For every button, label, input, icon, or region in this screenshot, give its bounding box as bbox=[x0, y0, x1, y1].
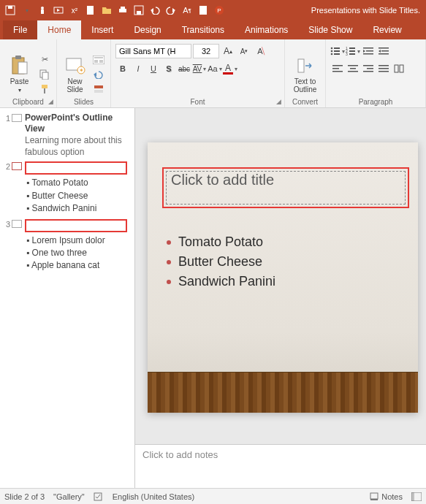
svg-rect-54 bbox=[332, 65, 343, 66]
svg-rect-13 bbox=[199, 6, 207, 15]
tab-transitions[interactable]: Transitions bbox=[172, 20, 235, 39]
layout-icon[interactable] bbox=[91, 53, 106, 66]
outline-bullet[interactable]: ▪ Tomato Potato bbox=[25, 177, 132, 189]
status-language[interactable]: English (United States) bbox=[113, 492, 195, 501]
section-icon[interactable] bbox=[91, 83, 106, 96]
quick-print-icon[interactable] bbox=[115, 3, 130, 18]
touch-mode-icon[interactable] bbox=[35, 3, 50, 18]
font-size-select[interactable] bbox=[193, 44, 219, 58]
font-color-button[interactable]: A bbox=[223, 61, 237, 76]
clear-formatting-icon[interactable]: A⧹ bbox=[253, 44, 267, 58]
outline-bullet[interactable]: ▪ Sandwich Panini bbox=[25, 202, 132, 215]
reset-icon[interactable] bbox=[91, 68, 106, 81]
font-dialog-launcher[interactable]: ◢ bbox=[274, 97, 283, 106]
workspace: 1 PowerPoint's Outline View Learning mor… bbox=[0, 108, 426, 488]
columns-icon[interactable] bbox=[392, 61, 406, 76]
slide-canvas-wrap[interactable]: Click to add title Tomato Potato Butter … bbox=[135, 108, 426, 440]
font-name-select[interactable] bbox=[115, 44, 191, 58]
tab-insert[interactable]: Insert bbox=[81, 20, 123, 39]
outline-empty-title-highlight[interactable] bbox=[25, 219, 127, 232]
status-spellcheck[interactable] bbox=[94, 492, 104, 501]
outline-slide-thumb-icon[interactable] bbox=[12, 114, 22, 122]
save-alt-icon[interactable] bbox=[132, 3, 146, 18]
start-from-beginning-icon[interactable] bbox=[51, 3, 66, 18]
align-right-icon[interactable] bbox=[361, 61, 376, 76]
bullets-icon[interactable] bbox=[330, 44, 345, 58]
svg-rect-70 bbox=[370, 499, 378, 500]
tab-file[interactable]: File bbox=[3, 20, 37, 39]
tab-review[interactable]: Review bbox=[362, 20, 411, 39]
new-file-icon[interactable] bbox=[83, 3, 98, 18]
bold-button[interactable]: B bbox=[115, 61, 130, 76]
char-spacing-button[interactable]: AV bbox=[192, 61, 207, 76]
undo-icon[interactable] bbox=[148, 3, 162, 18]
outline-slide-2[interactable]: 2 ▪ Tomato Potato ▪ Butter Cheese ▪ Sand… bbox=[3, 161, 132, 215]
outline-pane[interactable]: 1 PowerPoint's Outline View Learning mor… bbox=[0, 108, 135, 488]
superscript-icon[interactable]: x² bbox=[67, 3, 82, 18]
shadow-button[interactable]: S bbox=[161, 61, 176, 76]
underline-button[interactable]: U bbox=[146, 61, 161, 76]
slide-bullet[interactable]: Sandwich Panini bbox=[167, 274, 403, 289]
tab-home[interactable]: Home bbox=[37, 20, 81, 39]
svg-marker-53 bbox=[379, 50, 381, 53]
outline-bullet[interactable]: ▪ Butter Cheese bbox=[25, 190, 132, 202]
outline-bullet[interactable]: ▪ Lorem Ipsum dolor bbox=[25, 234, 132, 247]
status-theme[interactable]: "Gallery" bbox=[53, 492, 85, 501]
numbering-icon[interactable]: 123 bbox=[346, 44, 360, 58]
strikethrough-button[interactable]: abc bbox=[177, 61, 191, 76]
ppt-app-icon[interactable]: P bbox=[212, 3, 227, 18]
svg-rect-27 bbox=[94, 57, 103, 58]
decrease-indent-icon[interactable] bbox=[361, 44, 376, 58]
svg-text:P: P bbox=[217, 7, 221, 14]
outline-slide-thumb-icon[interactable] bbox=[12, 162, 22, 170]
outline-bullet[interactable]: ▪ Apple banana cat bbox=[25, 259, 132, 272]
svg-rect-3 bbox=[41, 9, 44, 14]
outline-slide-1[interactable]: 1 PowerPoint's Outline View Learning mor… bbox=[3, 112, 132, 158]
redo-icon[interactable] bbox=[164, 3, 178, 18]
svg-marker-49 bbox=[363, 50, 365, 53]
svg-rect-10 bbox=[137, 11, 141, 15]
cut-icon[interactable]: ✂ bbox=[37, 53, 52, 66]
group-convert-label: Convert bbox=[285, 98, 325, 106]
copy-icon[interactable] bbox=[37, 68, 52, 81]
outline-slide-num: 2 bbox=[3, 161, 12, 215]
status-slide-count[interactable]: Slide 2 of 3 bbox=[4, 492, 45, 501]
italic-button[interactable]: I bbox=[131, 61, 145, 76]
slide-canvas[interactable]: Click to add title Tomato Potato Butter … bbox=[148, 142, 418, 413]
tab-slideshow[interactable]: Slide Show bbox=[298, 20, 362, 39]
slide-content-placeholder[interactable]: Tomato Potato Butter Cheese Sandwich Pan… bbox=[167, 230, 403, 294]
properties-icon[interactable] bbox=[196, 3, 210, 18]
slide-title-placeholder[interactable]: Click to add title bbox=[162, 167, 409, 208]
status-notes-button[interactable]: Notes bbox=[370, 492, 403, 501]
increase-font-icon[interactable]: A▴ bbox=[221, 44, 235, 58]
format-text-icon[interactable]: A¶ bbox=[180, 3, 194, 18]
format-painter-icon[interactable] bbox=[37, 83, 52, 96]
increase-indent-icon[interactable] bbox=[376, 44, 391, 58]
outline-slide-subtitle[interactable]: Learning more about this fabulous option bbox=[25, 134, 132, 158]
svg-rect-72 bbox=[411, 492, 414, 501]
tab-animations[interactable]: Animations bbox=[235, 20, 298, 39]
outline-slide-thumb-icon[interactable] bbox=[12, 220, 22, 228]
change-case-button[interactable]: Aa bbox=[208, 61, 222, 76]
qat-dropdown[interactable] bbox=[19, 3, 34, 18]
notes-pane[interactable]: Click to add notes bbox=[135, 444, 426, 488]
group-convert: Text to Outline Convert bbox=[285, 39, 326, 107]
save-icon[interactable] bbox=[3, 3, 18, 18]
align-center-icon[interactable] bbox=[346, 61, 360, 76]
svg-rect-43 bbox=[349, 50, 355, 52]
outline-slide-title[interactable]: PowerPoint's Outline View bbox=[25, 112, 132, 134]
svg-marker-5 bbox=[57, 9, 60, 12]
slide-bullet[interactable]: Tomato Potato bbox=[167, 234, 403, 250]
open-file-icon[interactable] bbox=[99, 3, 114, 18]
decrease-font-icon[interactable]: A▾ bbox=[237, 44, 251, 58]
svg-text:3: 3 bbox=[346, 52, 348, 56]
tab-design[interactable]: Design bbox=[123, 20, 171, 39]
outline-slide-3[interactable]: 3 ▪ Lorem Ipsum dolor ▪ One two three ▪ … bbox=[3, 218, 132, 272]
view-normal-icon[interactable] bbox=[411, 492, 422, 501]
slide-bullet[interactable]: Butter Cheese bbox=[167, 254, 403, 270]
clipboard-dialog-launcher[interactable]: ◢ bbox=[46, 97, 55, 106]
outline-bullet[interactable]: ▪ One two three bbox=[25, 247, 132, 259]
justify-icon[interactable] bbox=[376, 61, 391, 76]
align-left-icon[interactable] bbox=[330, 61, 345, 76]
outline-empty-title-highlight[interactable] bbox=[25, 161, 127, 175]
